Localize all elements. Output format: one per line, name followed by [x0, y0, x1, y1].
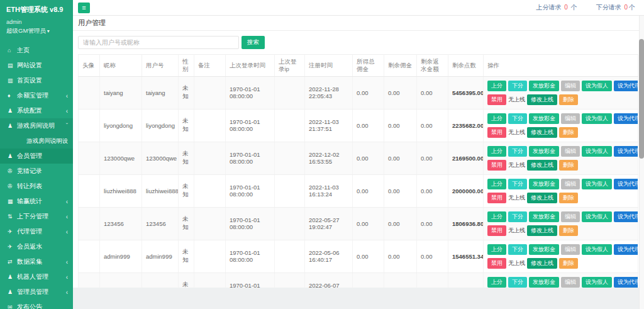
set-agent-button[interactable]: 设为代理 — [614, 146, 638, 157]
deduct-points-button[interactable]: 下分 — [508, 81, 527, 91]
cell-actions: 上分下分发放彩金编辑设为假人设为代理禁用无上线修改上线删除 — [484, 76, 638, 109]
app-window: ETH管理系统 v8.9 admin 超级GM管理员▾ ⌂主页▤网站设置▥首页设… — [0, 0, 644, 309]
cell-nickname: 123000qwe — [100, 142, 142, 174]
delete-button[interactable]: 删除 — [559, 94, 578, 105]
sidebar-item-data-collect[interactable]: ⇄数据采集‹ — [0, 254, 73, 269]
delete-button[interactable]: 删除 — [559, 160, 578, 171]
add-points-button[interactable]: 上分 — [487, 81, 506, 91]
sidebar-item-member-manage[interactable]: ♟会员管理 — [0, 149, 73, 164]
add-points-button[interactable]: 上分 — [487, 277, 506, 288]
grant-bonus-button[interactable]: 发放彩金 — [529, 277, 559, 288]
set-fake-user-button[interactable]: 设为假人 — [582, 113, 612, 124]
sidebar-item-homepage-settings[interactable]: ▥首页设置 — [0, 73, 73, 88]
user-table-card: 搜索 头像昵称用户号性别备注上次登录时间上次登录ip注册时间所得总佣金剩余佣金剩… — [73, 31, 644, 288]
add-points-button[interactable]: 上分 — [487, 179, 506, 189]
modify-upline-button[interactable]: 修改上线 — [527, 225, 557, 236]
disable-button[interactable]: 禁用 — [487, 258, 506, 269]
scrollbar-track[interactable] — [639, 16, 644, 309]
delete-button[interactable]: 删除 — [559, 193, 578, 203]
disable-button[interactable]: 禁用 — [487, 127, 506, 138]
sidebar-item-transfer-list[interactable]: ✇转让列表 — [0, 179, 73, 194]
add-points-button[interactable]: 上分 — [487, 211, 506, 222]
cell-avatar — [79, 207, 100, 240]
delete-button[interactable]: 删除 — [559, 127, 578, 138]
add-points-button[interactable]: 上分 — [487, 244, 506, 255]
disable-button[interactable]: 禁用 — [487, 160, 506, 171]
deduct-points-button[interactable]: 下分 — [508, 179, 527, 189]
search-input[interactable] — [78, 36, 239, 49]
scrollbar-thumb[interactable] — [639, 39, 644, 159]
delete-button[interactable]: 删除 — [559, 258, 578, 269]
grant-bonus-button[interactable]: 发放彩金 — [529, 179, 559, 189]
edit-button[interactable]: 编辑 — [561, 113, 580, 124]
sidebar-item-member-rebate[interactable]: ✈会员返水 — [0, 239, 73, 254]
edit-button[interactable]: 编辑 — [561, 179, 580, 189]
cell-remark — [194, 174, 226, 207]
cell-remaining_commission: 0.00 — [384, 142, 417, 174]
deduct-points-button[interactable]: 下分 — [508, 211, 527, 222]
sidebar-item-system-config[interactable]: ♟系统配置‹ — [0, 103, 73, 118]
sidebar-item-updown-manage[interactable]: ⇅上下分管理‹ — [0, 209, 73, 224]
sidebar-item-label: 数据采集 — [17, 257, 64, 266]
deduct-points-button[interactable]: 下分 — [508, 146, 527, 157]
sidebar-item-guess-records[interactable]: ✇竞猜记录 — [0, 164, 73, 179]
set-agent-button[interactable]: 设为代理 — [614, 211, 638, 222]
edit-button[interactable]: 编辑 — [561, 277, 580, 288]
modify-upline-button[interactable]: 修改上线 — [527, 94, 557, 105]
sidebar-item-agent-manage[interactable]: ✈代理管理‹ — [0, 224, 73, 239]
disable-button[interactable]: 禁用 — [487, 193, 506, 203]
up-request-link[interactable]: 上分请求 0 个 — [536, 3, 577, 12]
edit-button[interactable]: 编辑 — [561, 81, 580, 91]
disable-button[interactable]: 禁用 — [487, 94, 506, 105]
action-line-1: 上分下分发放彩金编辑设为假人设为代理 — [487, 276, 634, 288]
search-button[interactable]: 搜索 — [242, 36, 265, 49]
action-line-2: 禁用无上线修改上线删除 — [487, 191, 634, 205]
modify-upline-button[interactable]: 修改上线 — [527, 127, 557, 138]
edit-button[interactable]: 编辑 — [561, 146, 580, 157]
cell-remaining_commission: 0.00 — [384, 240, 417, 272]
sidebar-item-site-settings[interactable]: ▤网站设置 — [0, 58, 73, 73]
set-agent-button[interactable]: 设为代理 — [614, 244, 638, 255]
sidebar-item-label: 上下分管理 — [17, 212, 64, 221]
set-fake-user-button[interactable]: 设为假人 — [582, 81, 612, 91]
set-agent-button[interactable]: 设为代理 — [614, 113, 638, 124]
grant-bonus-button[interactable]: 发放彩金 — [529, 113, 559, 124]
add-points-button[interactable]: 上分 — [487, 146, 506, 157]
set-agent-button[interactable]: 设为代理 — [614, 81, 638, 91]
sidebar-item-robot-manage[interactable]: ♟机器人管理‹ — [0, 269, 73, 284]
grant-bonus-button[interactable]: 发放彩金 — [529, 244, 559, 255]
grant-bonus-button[interactable]: 发放彩金 — [529, 211, 559, 222]
set-fake-user-button[interactable]: 设为假人 — [582, 211, 612, 222]
sidebar-item-game-room-desc[interactable]: ♟游戏房间说明ˇ — [0, 118, 73, 133]
set-agent-button[interactable]: 设为代理 — [614, 179, 638, 189]
sidebar-item-announcement[interactable]: ✉发布公告 — [0, 300, 73, 309]
set-fake-user-button[interactable]: 设为假人 — [582, 244, 612, 255]
edit-button[interactable]: 编辑 — [561, 244, 580, 255]
modify-upline-button[interactable]: 修改上线 — [527, 160, 557, 171]
grant-bonus-button[interactable]: 发放彩金 — [529, 146, 559, 157]
role-dropdown[interactable]: 超级GM管理员▾ — [6, 27, 67, 35]
edit-button[interactable]: 编辑 — [561, 211, 580, 222]
user-table: 头像昵称用户号性别备注上次登录时间上次登录ip注册时间所得总佣金剩余佣金剩余返水… — [78, 54, 638, 288]
sidebar-item-game-room-desc-settings[interactable]: 游戏房间说明设置 — [0, 133, 73, 149]
disable-button[interactable]: 禁用 — [487, 225, 506, 236]
modify-upline-button[interactable]: 修改上线 — [527, 193, 557, 203]
sidebar-item-home[interactable]: ⌂主页 — [0, 43, 73, 58]
deduct-points-button[interactable]: 下分 — [508, 244, 527, 255]
sidebar-item-yuebao-manage[interactable]: ♦余额宝管理‹ — [0, 88, 73, 103]
delete-button[interactable]: 删除 — [559, 225, 578, 236]
menu-toggle-button[interactable]: ≡ — [78, 3, 90, 13]
modify-upline-button[interactable]: 修改上线 — [527, 258, 557, 269]
set-agent-button[interactable]: 设为代理 — [614, 277, 638, 288]
set-fake-user-button[interactable]: 设为假人 — [582, 277, 612, 288]
add-points-button[interactable]: 上分 — [487, 113, 506, 124]
sidebar-item-win-loss-stats[interactable]: ▦输赢统计‹ — [0, 194, 73, 209]
deduct-points-button[interactable]: 下分 — [508, 277, 527, 288]
set-fake-user-button[interactable]: 设为假人 — [582, 179, 612, 189]
sidebar-item-admin-manage[interactable]: ♟管理员管理‹ — [0, 284, 73, 300]
deduct-points-button[interactable]: 下分 — [508, 113, 527, 124]
grant-bonus-button[interactable]: 发放彩金 — [529, 81, 559, 91]
set-fake-user-button[interactable]: 设为假人 — [582, 146, 612, 157]
down-request-link[interactable]: 下分请求 0个 — [596, 3, 635, 12]
cell-remark — [194, 109, 226, 142]
